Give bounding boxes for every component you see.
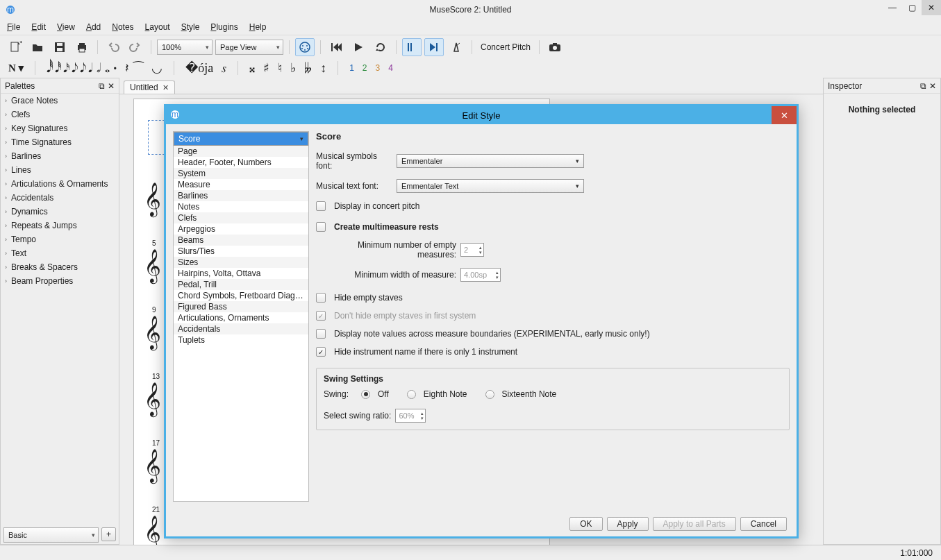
voice-4[interactable]: 4 (388, 63, 393, 73)
zoom-combo[interactable]: 100% (157, 40, 213, 55)
midi-input-icon[interactable] (295, 38, 315, 56)
save-icon[interactable] (50, 38, 69, 56)
ok-button[interactable]: OK (569, 517, 602, 531)
voice-1[interactable]: 1 (349, 63, 354, 73)
flip-icon[interactable]: ↕ (320, 61, 326, 76)
tab-untitled[interactable]: Untitled ✕ (124, 80, 175, 94)
voice-3[interactable]: 3 (376, 63, 381, 73)
category-item[interactable]: Chord Symbols, Fretboard Diagra… (174, 290, 308, 301)
menu-help[interactable]: Help (249, 22, 267, 32)
note-input-mode-icon[interactable]: N ▾ (8, 62, 24, 74)
palette-item[interactable]: ›Clefs (1, 108, 119, 121)
minimize-button[interactable]: — (883, 0, 902, 15)
slur-icon[interactable]: ◡ (151, 60, 163, 76)
palette-item[interactable]: ›Key Signatures (1, 121, 119, 135)
menu-view[interactable]: View (57, 22, 75, 32)
swing-off-radio[interactable] (361, 390, 370, 399)
category-item[interactable]: Score (174, 132, 308, 146)
voice-2[interactable]: 2 (363, 63, 367, 73)
palette-item[interactable]: ›Grace Notes (1, 94, 119, 108)
swing-eighth-radio[interactable] (407, 390, 416, 399)
undo-icon[interactable] (103, 38, 123, 56)
category-item[interactable]: Arpeggios (174, 223, 308, 235)
metronome-icon[interactable] (447, 38, 466, 56)
palettes-undock-icon[interactable]: ⧉ (99, 81, 105, 91)
sharp-icon[interactable]: ♯ (263, 60, 269, 76)
flat-icon[interactable]: ♭ (290, 60, 296, 76)
category-item[interactable]: Page (174, 146, 308, 157)
palette-item[interactable]: ›Lines (1, 163, 119, 177)
concert-pitch-button[interactable]: Concert Pitch (478, 42, 533, 52)
palette-item[interactable]: ›Articulations & Ornaments (1, 177, 119, 191)
dialog-titlebar[interactable]: m Edit Style ✕ (166, 106, 797, 124)
open-icon[interactable] (28, 38, 47, 56)
loop-in-icon[interactable] (402, 38, 422, 56)
palettes-close-icon[interactable]: ✕ (108, 81, 115, 91)
marcato-icon[interactable]: �ója (185, 60, 213, 76)
menu-edit[interactable]: Edit (31, 22, 46, 32)
category-item[interactable]: System (174, 168, 308, 179)
sforzando-icon[interactable]: 𝆍 (222, 61, 226, 76)
swing-sixteenth-radio[interactable] (485, 390, 494, 399)
redo-icon[interactable] (126, 38, 145, 56)
category-item[interactable]: Measure (174, 179, 308, 190)
natural-icon[interactable]: ♮ (278, 60, 282, 76)
menu-layout[interactable]: Layout (145, 22, 170, 32)
palette-item[interactable]: ›Accidentals (1, 191, 119, 205)
symbols-font-select[interactable]: Emmentaler (397, 154, 584, 168)
category-item[interactable]: Articulations, Ornaments (174, 312, 308, 323)
palette-item[interactable]: ›Time Signatures (1, 135, 119, 149)
close-button[interactable]: ✕ (922, 0, 941, 15)
palette-item[interactable]: ›Dynamics (1, 205, 119, 219)
screenshot-icon[interactable] (545, 38, 565, 56)
menu-notes[interactable]: Notes (112, 22, 133, 32)
dialog-category-list[interactable]: ScorePageHeader, Footer, NumbersSystemMe… (173, 131, 309, 502)
maximize-button[interactable]: ▢ (902, 0, 922, 15)
palette-item[interactable]: ›Repeats & Jumps (1, 219, 119, 232)
display-note-values-checkbox[interactable] (316, 329, 326, 339)
inspector-close-icon[interactable]: ✕ (929, 81, 936, 91)
rewind-icon[interactable] (326, 38, 346, 56)
hide-empty-checkbox[interactable] (316, 293, 326, 303)
cancel-button[interactable]: Cancel (740, 517, 787, 531)
category-item[interactable]: Figured Bass (174, 301, 308, 312)
note-dot-icon[interactable]: · (113, 60, 117, 76)
view-combo[interactable]: Page View (215, 40, 283, 55)
tie-icon[interactable]: ⁀ (133, 60, 143, 76)
concert-pitch-checkbox[interactable] (316, 201, 326, 211)
new-score-icon[interactable]: ✦ (6, 38, 25, 56)
menu-file[interactable]: File (7, 22, 20, 32)
double-sharp-icon[interactable]: 𝄪 (249, 61, 255, 76)
loop-out-icon[interactable] (424, 38, 444, 56)
menu-add[interactable]: Add (86, 22, 101, 32)
palette-item[interactable]: ›Beam Properties (1, 274, 119, 288)
loop-icon[interactable] (371, 38, 390, 56)
category-item[interactable]: Beams (174, 235, 308, 246)
category-item[interactable]: Tuplets (174, 334, 308, 346)
print-icon[interactable] (72, 38, 92, 56)
hide-instr-name-checkbox[interactable]: ✓ (316, 347, 326, 357)
inspector-undock-icon[interactable]: ⧉ (920, 81, 926, 91)
double-flat-icon[interactable]: 𝄫 (304, 61, 312, 76)
palette-item[interactable]: ›Text (1, 246, 119, 260)
category-item[interactable]: Hairpins, Volta, Ottava (174, 268, 308, 279)
create-mmr-checkbox[interactable] (316, 222, 326, 232)
dialog-close-button[interactable]: ✕ (772, 106, 797, 124)
palette-item[interactable]: ›Tempo (1, 232, 119, 246)
tab-close-icon[interactable]: ✕ (163, 83, 169, 92)
category-item[interactable]: Clefs (174, 212, 308, 223)
text-font-select[interactable]: Emmentaler Text (397, 179, 584, 193)
category-item[interactable]: Accidentals (174, 323, 308, 334)
category-item[interactable]: Notes (174, 201, 308, 212)
palette-item[interactable]: ›Breaks & Spacers (1, 260, 119, 274)
apply-button[interactable]: Apply (607, 517, 649, 531)
play-icon[interactable] (349, 38, 368, 56)
category-item[interactable]: Header, Footer, Numbers (174, 157, 308, 168)
palette-preset-combo[interactable]: Basic (3, 527, 99, 543)
menu-plugins[interactable]: Plugins (210, 22, 238, 32)
palette-item[interactable]: ›Barlines (1, 149, 119, 163)
category-item[interactable]: Barlines (174, 190, 308, 201)
category-item[interactable]: Slurs/Ties (174, 246, 308, 257)
category-item[interactable]: Sizes (174, 257, 308, 268)
category-item[interactable]: Pedal, Trill (174, 279, 308, 290)
